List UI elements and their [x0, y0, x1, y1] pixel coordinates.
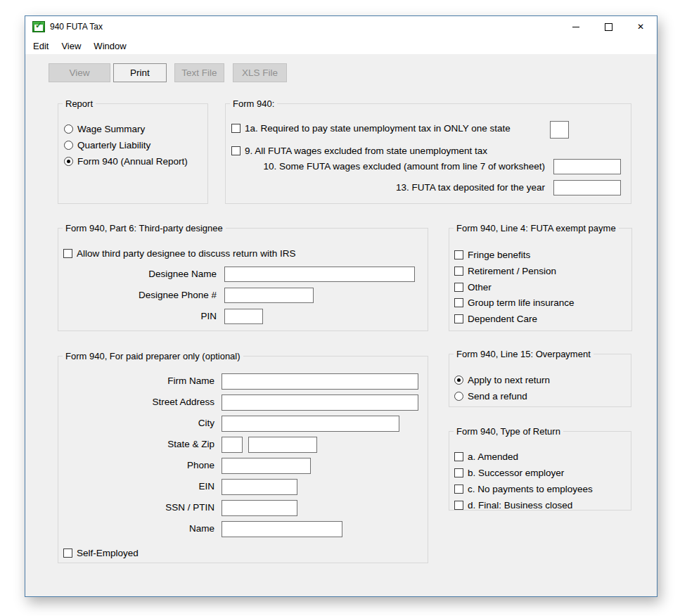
checkbox-self-employed[interactable]: Self-Employed — [63, 547, 139, 558]
checkbox-icon[interactable] — [63, 548, 72, 558]
designee-name-field[interactable] — [224, 267, 415, 282]
line1a-state-field[interactable] — [550, 121, 569, 139]
checkbox-icon[interactable] — [63, 249, 72, 258]
line4-group-title: Form 940, Line 4: FUTA exempt payme — [454, 222, 619, 234]
line10-label: 10. Some FUTA wages excluded (amount fro… — [264, 161, 545, 172]
titlebar: 940 FUTA Tax — [25, 16, 657, 37]
checkbox-fringe-benefits[interactable]: Fringe benefits — [454, 249, 530, 260]
street-address-field[interactable] — [222, 394, 418, 411]
report-group: Report Wage Summary Quarterly Liability … — [58, 103, 208, 204]
checkbox-icon[interactable] — [454, 298, 463, 307]
checkbox-label: b. Successor employer — [468, 468, 564, 478]
radio-apply-next-return[interactable]: Apply to next return — [454, 374, 550, 385]
checkbox-label: Retirement / Pension — [468, 266, 556, 276]
checkbox-label: Allow third party designee to discuss re… — [77, 248, 295, 259]
checkbox-group-term-life[interactable]: Group term life insurance — [454, 297, 575, 308]
city-label: City — [198, 418, 214, 428]
checkbox-label: d. Final: Business closed — [468, 500, 572, 511]
pin-field[interactable] — [224, 309, 263, 324]
ein-field[interactable] — [222, 479, 297, 495]
line13-amount-field[interactable] — [553, 180, 621, 195]
radio-form-940-annual[interactable]: Form 940 (Annual Report) — [64, 155, 188, 167]
checkbox-line1a[interactable]: 1a. Required to pay state unemployment t… — [231, 122, 511, 134]
radio-icon[interactable] — [64, 124, 73, 134]
report-group-title: Report — [63, 98, 96, 110]
checkbox-icon[interactable] — [454, 250, 463, 259]
checkbox-icon[interactable] — [454, 314, 463, 323]
menu-item-view[interactable]: View — [55, 38, 87, 54]
app-icon — [32, 21, 45, 32]
radio-quarterly-liability[interactable]: Quarterly Liability — [64, 139, 150, 150]
maximize-button[interactable] — [592, 16, 624, 37]
checkbox-icon[interactable] — [454, 501, 463, 510]
firm-name-field[interactable] — [222, 373, 418, 390]
checkbox-retirement-pension[interactable]: Retirement / Pension — [454, 265, 556, 276]
preparer-group-title: Form 940, For paid preparer only (option… — [63, 350, 243, 362]
form940-group: Form 940: 1a. Required to pay state unem… — [225, 103, 631, 204]
checkbox-no-payments[interactable]: c. No payments to employees — [454, 483, 593, 494]
city-field[interactable] — [222, 416, 399, 432]
zip-field[interactable] — [248, 437, 317, 453]
ssn-ptin-label: SSN / PTIN — [165, 502, 214, 513]
checkbox-other[interactable]: Other — [454, 281, 492, 293]
text-file-button: Text File — [174, 63, 224, 82]
checkbox-label: 1a. Required to pay state unemployment t… — [245, 123, 511, 134]
app-window: 940 FUTA Tax Edit View Window View Print… — [25, 15, 657, 597]
checkbox-icon[interactable] — [454, 485, 463, 494]
minimize-button[interactable] — [560, 16, 592, 37]
checkbox-icon[interactable] — [231, 124, 240, 133]
preparer-group: Form 940, For paid preparer only (option… — [58, 356, 428, 563]
checkbox-allow-designee[interactable]: Allow third party designee to discuss re… — [63, 248, 295, 259]
radio-send-refund[interactable]: Send a refund — [454, 390, 527, 402]
checkbox-amended[interactable]: a. Amended — [454, 451, 518, 462]
line4-group: Form 940, Line 4: FUTA exempt payme Frin… — [449, 228, 632, 331]
checkbox-label: Self-Employed — [77, 548, 139, 558]
view-button: View — [49, 63, 110, 82]
line15-group: Form 940, Line 15: Overpayment Apply to … — [449, 354, 631, 407]
radio-wage-summary[interactable]: Wage Summary — [64, 123, 145, 134]
designee-phone-label: Designee Phone # — [139, 290, 217, 300]
close-icon — [637, 23, 644, 31]
phone-field[interactable] — [222, 458, 311, 474]
pin-label: PIN — [200, 311, 217, 321]
checkbox-label: Dependent Care — [468, 314, 537, 324]
print-button[interactable]: Print — [113, 63, 167, 82]
checkbox-successor-employer[interactable]: b. Successor employer — [454, 467, 564, 478]
state-zip-label: State & Zip — [167, 439, 214, 449]
radio-label: Quarterly Liability — [77, 140, 150, 150]
checkbox-label: c. No payments to employees — [468, 484, 593, 494]
ssn-ptin-field[interactable] — [222, 500, 297, 516]
checkbox-icon[interactable] — [231, 146, 240, 155]
xls-file-button: XLS File — [233, 63, 287, 82]
checkbox-icon[interactable] — [454, 468, 463, 477]
line10-amount-field[interactable] — [553, 159, 621, 174]
firm-name-label: Firm Name — [167, 376, 214, 386]
phone-label: Phone — [187, 460, 214, 470]
checkbox-line9[interactable]: 9. All FUTA wages excluded from state un… — [231, 145, 487, 156]
checkbox-icon[interactable] — [454, 283, 463, 292]
radio-icon[interactable] — [454, 392, 463, 401]
menubar: Edit View Window — [25, 37, 657, 54]
window-title: 940 FUTA Tax — [50, 22, 103, 32]
radio-label: Wage Summary — [77, 124, 145, 134]
menu-item-window[interactable]: Window — [87, 38, 132, 54]
radio-icon[interactable] — [454, 376, 463, 385]
checkbox-icon[interactable] — [454, 452, 463, 461]
radio-icon[interactable] — [64, 157, 73, 166]
ein-label: EIN — [198, 481, 214, 492]
form940-group-title: Form 940: — [230, 98, 277, 110]
radio-label: Form 940 (Annual Report) — [77, 156, 188, 167]
line13-label: 13. FUTA tax deposited for the year — [396, 182, 545, 193]
state-field[interactable] — [222, 437, 243, 453]
close-button[interactable] — [624, 16, 657, 37]
window-controls — [560, 16, 657, 37]
radio-icon[interactable] — [64, 141, 73, 150]
checkbox-label: Fringe benefits — [468, 250, 530, 260]
preparer-name-field[interactable] — [222, 521, 342, 537]
checkbox-icon[interactable] — [454, 267, 463, 276]
checkbox-final-business-closed[interactable]: d. Final: Business closed — [454, 499, 572, 511]
menu-item-edit[interactable]: Edit — [27, 38, 55, 54]
checkbox-dependent-care[interactable]: Dependent Care — [454, 313, 537, 324]
preparer-name-label: Name — [189, 523, 214, 534]
designee-phone-field[interactable] — [224, 288, 314, 303]
